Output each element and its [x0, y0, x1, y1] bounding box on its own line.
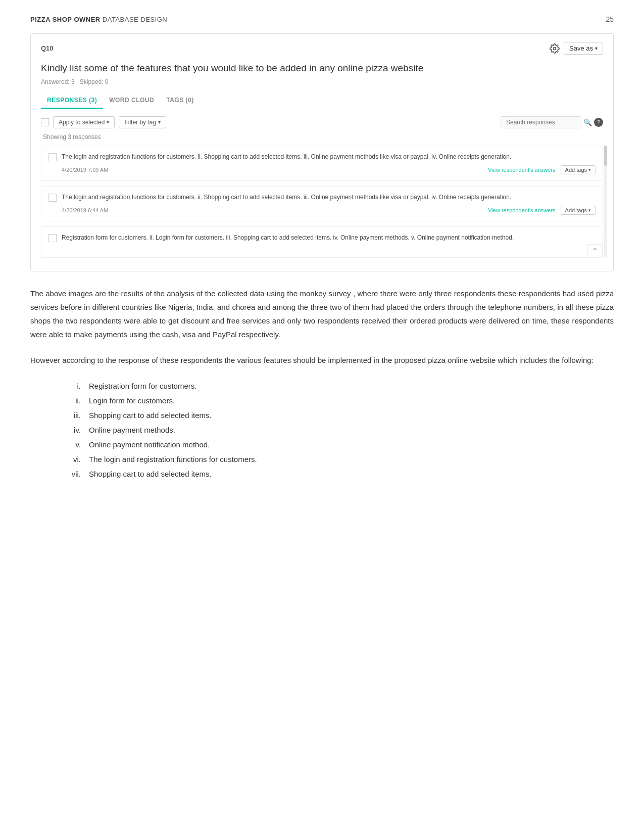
list-number: vi. [61, 452, 81, 466]
toolbar-right: 🔍 ? [501, 116, 603, 128]
list-item: vii.Shopping cart to add selected items. [61, 467, 614, 481]
svg-point-0 [554, 47, 556, 50]
response-date: 4/20/2019 7:09 AM [62, 167, 108, 173]
view-respondent-link[interactable]: View respondent's answers [488, 207, 555, 213]
response-checkbox[interactable] [48, 194, 57, 202]
list-text: Registration form for customers. [89, 379, 196, 393]
view-respondent-link[interactable]: View respondent's answers [488, 167, 555, 173]
tab-responses[interactable]: RESPONSES (3) [41, 92, 103, 109]
add-tags-button[interactable]: Add tags [561, 165, 596, 174]
showing-label: Showing 3 responses [41, 133, 603, 141]
page-header: PIZZA SHOP OWNER DATABASE DESIGN 25 [30, 15, 614, 23]
search-icon[interactable]: 🔍 [583, 118, 592, 126]
select-all-checkbox[interactable] [41, 118, 49, 126]
add-tags-button[interactable]: Add tags [561, 206, 596, 215]
response-item: Registration form for customers. ii. Log… [41, 226, 603, 258]
question-label: Q10 [41, 44, 54, 52]
response-date: 4/20/2019 6:44 AM [62, 207, 108, 213]
gear-icon[interactable] [550, 43, 560, 54]
filter-by-tag-button[interactable]: Filter by tag [119, 116, 166, 128]
body-paragraph-1: The above images are the results of the … [30, 287, 614, 341]
list-item: vi.The login and registration functions … [61, 452, 614, 466]
skipped-count: Skipped: 0 [80, 78, 109, 85]
tab-tags[interactable]: TAGS (0) [160, 92, 200, 109]
list-number: i. [61, 379, 81, 393]
question-meta: Answered: 3 Skipped: 0 [41, 78, 603, 85]
list-number: v. [61, 438, 81, 451]
widget-actions: Save as [550, 42, 603, 55]
list-item: ii.Login form for customers. [61, 394, 614, 407]
save-as-button[interactable]: Save as [564, 42, 603, 55]
list-text: Shopping cart to add selected items. [89, 467, 212, 481]
tabs-row: RESPONSES (3) WORD CLOUD TAGS (0) [41, 92, 603, 109]
feature-list: i.Registration form for customers.ii.Log… [61, 379, 614, 481]
question-text: Kindly list some of the features that yo… [41, 62, 603, 75]
body-paragraph-2: However according to the response of the… [30, 353, 614, 367]
widget-header: Q10 Save as [41, 42, 603, 55]
response-actions: View respondent's answers Add tags [488, 206, 596, 215]
list-item: iv.Online payment methods. [61, 423, 614, 437]
apply-to-selected-button[interactable]: Apply to selected [53, 116, 115, 128]
list-text: Online payment notification method. [89, 438, 210, 451]
response-text: The login and registration functions for… [62, 152, 511, 161]
list-item: iii.Shopping cart to add selected items. [61, 408, 614, 422]
help-icon[interactable]: ? [594, 118, 603, 127]
survey-widget: Q10 Save as Kindly list some of the feat… [30, 33, 614, 271]
list-text: Shopping cart to add selected items. [89, 408, 212, 422]
response-checkbox[interactable] [48, 153, 57, 161]
response-text: The login and registration functions for… [62, 193, 511, 202]
list-number: ii. [61, 394, 81, 407]
list-number: iii. [61, 408, 81, 422]
list-number: iv. [61, 423, 81, 437]
list-number: vii. [61, 467, 81, 481]
responses-container: The login and registration functions for… [41, 146, 603, 258]
list-item: i.Registration form for customers. [61, 379, 614, 393]
response-actions: View respondent's answers Add tags [488, 165, 596, 174]
response-item: The login and registration functions for… [41, 186, 603, 221]
answered-count: Answered: 3 [41, 78, 75, 85]
scrollbar[interactable] [604, 146, 607, 258]
list-text: The login and registration functions for… [89, 452, 257, 466]
document-title: PIZZA SHOP OWNER DATABASE DESIGN [30, 16, 167, 23]
page-number: 25 [606, 15, 614, 23]
list-item: v.Online payment notification method. [61, 438, 614, 451]
toolbar-left: Apply to selected Filter by tag [41, 116, 166, 128]
search-input[interactable] [501, 116, 581, 128]
tab-word-cloud[interactable]: WORD CLOUD [103, 92, 160, 109]
response-item: The login and registration functions for… [41, 146, 603, 181]
response-text: Registration form for customers. ii. Log… [62, 233, 514, 242]
response-checkbox[interactable] [48, 234, 57, 242]
collapse-button[interactable]: ⌃ [587, 244, 603, 257]
responses-toolbar: Apply to selected Filter by tag 🔍 ? [41, 116, 603, 128]
list-text: Online payment methods. [89, 423, 175, 437]
scroll-thumb [604, 146, 607, 166]
list-text: Login form for customers. [89, 394, 175, 407]
